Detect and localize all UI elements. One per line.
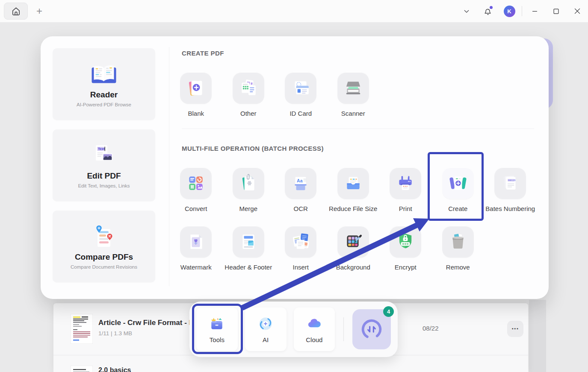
card-title: Edit PDF: [87, 171, 121, 181]
minimize-button[interactable]: [524, 0, 545, 22]
card-subtitle: AI-Powered PDF Browse: [77, 102, 131, 107]
card-title: Reader: [90, 90, 118, 100]
transfer-badge: 4: [383, 306, 394, 317]
svg-text:Text: Text: [98, 147, 105, 151]
app-window: Article - Crw File Format - F2 1/11 | 1.…: [0, 0, 588, 372]
tile-bates-numbering[interactable]: 000123 Bates Numbering: [484, 167, 537, 212]
compare-pdfs-card[interactable]: Compare PDFs Compare Document Revisions: [53, 211, 155, 282]
section-divider: [182, 129, 534, 129]
create-icon: [442, 167, 474, 199]
tile-remove[interactable]: Remove: [432, 226, 485, 271]
maximize-icon: [553, 9, 559, 14]
batch-process-heading: MULTI-FILE OPERATION (BATCH PROCESS): [182, 145, 324, 152]
home-tab[interactable]: [4, 3, 28, 20]
create-pdf-heading: CREATE PDF: [182, 50, 224, 57]
notifications-button[interactable]: [477, 0, 499, 22]
close-button[interactable]: [567, 0, 588, 22]
tile-label: Merge: [239, 205, 257, 212]
remove-icon: [442, 226, 474, 258]
file-date: 08/22: [423, 325, 439, 332]
header-footer-icon: [233, 226, 264, 258]
toolbar-label: Tools: [210, 336, 225, 343]
tile-merge[interactable]: Merge: [222, 167, 275, 212]
tile-label: Scanner: [341, 110, 365, 117]
tile-other[interactable]: Other: [222, 72, 275, 117]
tile-label: Other: [240, 110, 257, 117]
chevron-down-icon: [463, 8, 470, 15]
tile-id-card[interactable]: ID Card: [275, 72, 327, 117]
create-pdf-tile-row: Blank: [170, 72, 379, 117]
toolbar-label: AI: [263, 336, 269, 343]
reader-card[interactable]: Reader AI-Powered PDF Browse: [53, 48, 155, 120]
ocr-icon: Aa: [285, 167, 316, 199]
tile-label: ID Card: [290, 110, 312, 117]
tile-label: OCR: [294, 205, 308, 212]
transfer-icon: [359, 317, 384, 342]
convert-icon: [180, 167, 212, 199]
svg-text:000123: 000123: [508, 179, 516, 182]
tile-print[interactable]: Print: [379, 167, 432, 212]
blank-icon: [180, 72, 212, 104]
divider: [522, 6, 522, 16]
edit-pdf-card[interactable]: Text Edit PDF Edit Text, Images, Links: [53, 129, 155, 201]
reduce-file-size-icon: [337, 167, 369, 199]
tile-blank[interactable]: Blank: [170, 72, 222, 117]
tile-background[interactable]: Background: [327, 226, 380, 271]
dialog-sidebar: Reader AI-Powered PDF Browse Text: [53, 48, 155, 282]
cloud-button[interactable]: Cloud: [294, 308, 335, 351]
background-window-strip: [529, 300, 546, 372]
other-documents-icon: [233, 72, 264, 104]
batch-tile-row-1: Convert Merge: [170, 167, 537, 212]
tile-ocr[interactable]: Aa OCR: [275, 167, 327, 212]
plus-icon: +: [36, 5, 42, 17]
tile-reduce-file-size[interactable]: Reduce File Size: [327, 167, 380, 212]
tile-label: Reduce File Size: [329, 205, 377, 212]
print-icon: [390, 167, 421, 199]
tile-label: Create: [448, 205, 467, 212]
home-icon: [11, 6, 21, 16]
account-button[interactable]: K: [499, 0, 520, 22]
notification-dot: [490, 6, 493, 9]
tile-encrypt[interactable]: Encrypt: [379, 226, 432, 271]
ai-icon: [257, 315, 274, 332]
tile-label: Remove: [446, 264, 470, 271]
card-subtitle: Compare Document Revisions: [71, 264, 137, 269]
maximize-button[interactable]: [545, 0, 567, 22]
tile-watermark[interactable]: Watermark: [170, 226, 222, 271]
collapse-button[interactable]: [456, 0, 477, 22]
reader-book-icon: [90, 61, 118, 88]
tile-convert[interactable]: Convert: [170, 167, 222, 212]
close-icon: [574, 8, 580, 14]
tile-header-footer[interactable]: Header & Footer: [222, 226, 275, 271]
file-title[interactable]: 2.0 basics: [98, 366, 131, 372]
card-subtitle: Edit Text, Images, Links: [78, 183, 130, 188]
transfer-button[interactable]: 4: [352, 309, 391, 349]
scanner-icon: [337, 72, 369, 104]
file-meta: 1/11 | 1.3 MB: [98, 330, 132, 337]
tile-scanner[interactable]: Scanner: [327, 72, 380, 117]
file-thumbnail[interactable]: [71, 314, 93, 344]
title-bar-controls: K: [456, 0, 588, 22]
tools-dialog: Reader AI-Powered PDF Browse Text: [41, 36, 549, 299]
compare-pdfs-icon: [90, 223, 118, 250]
new-tab-button[interactable]: +: [33, 5, 45, 18]
batch-tile-row-2: Watermark Header & Footer: [170, 226, 484, 271]
tile-insert[interactable]: Insert: [275, 226, 327, 271]
file-thumbnail[interactable]: [71, 366, 93, 372]
minimize-icon: [532, 9, 538, 14]
card-title: Compare PDFs: [75, 252, 133, 262]
tile-label: Insert: [293, 264, 309, 271]
tile-label: Convert: [185, 205, 207, 212]
tile-label: Watermark: [180, 264, 212, 271]
tile-label: Background: [336, 264, 370, 271]
tools-button[interactable]: Tools: [196, 308, 238, 351]
tile-label: Header & Footer: [225, 264, 272, 271]
ai-button[interactable]: AI: [245, 308, 287, 351]
file-title[interactable]: Article - Crw File Format - F2: [98, 319, 197, 327]
tile-create[interactable]: Create: [432, 167, 485, 212]
insert-icon: [285, 226, 316, 258]
more-options-button[interactable]: ●●●: [507, 321, 523, 337]
badge-count: 4: [387, 308, 390, 315]
edit-pdf-icon: Text: [90, 142, 118, 169]
merge-icon: [233, 167, 264, 199]
